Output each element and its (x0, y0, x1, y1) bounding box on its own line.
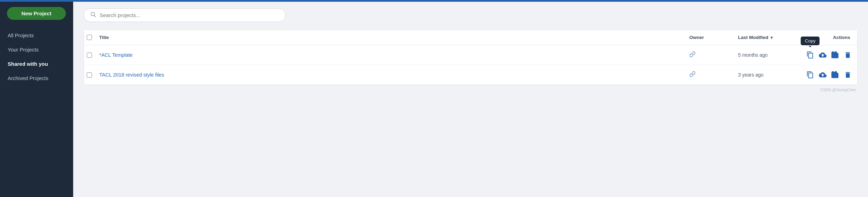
row-1-owner-cell (687, 47, 735, 64)
row-2-title-cell: TACL 2018 revised style files (96, 68, 687, 82)
row-2-owner-cell (687, 66, 735, 84)
row-2-checkbox-cell (84, 68, 96, 82)
row-2-copy-button[interactable] (805, 70, 815, 80)
row-2-title-link[interactable]: TACL 2018 revised style files (99, 72, 164, 78)
main-content: Title Owner Last Modified ▼ Actions *ACL… (73, 0, 868, 197)
row-1-modified-cell: 5 months ago (735, 48, 805, 62)
row-1-delete-button[interactable] (843, 50, 853, 60)
accent-bar (0, 0, 868, 2)
search-input[interactable] (100, 12, 279, 18)
projects-table: Title Owner Last Modified ▼ Actions *ACL… (84, 30, 858, 85)
search-icon (90, 11, 96, 19)
row-2-actions-cell (805, 65, 857, 85)
copy-tooltip-wrap: Copy (805, 50, 815, 60)
th-owner: Owner (687, 33, 735, 41)
sidebar-item-your-projects[interactable]: Your Projects (0, 42, 73, 57)
table-row: *ACL Template 5 months ago Copy (84, 45, 857, 65)
row-1-upload-button[interactable] (817, 50, 828, 60)
search-area (84, 8, 858, 22)
table-row: TACL 2018 revised style files 3 years ag… (84, 65, 857, 85)
sidebar-item-shared-with-you[interactable]: Shared with you (0, 57, 73, 71)
row-1-checkbox[interactable] (87, 53, 92, 58)
th-title: Title (96, 33, 687, 41)
table-header: Title Owner Last Modified ▼ Actions (84, 30, 857, 45)
sidebar: New Project All Projects Your Projects S… (0, 0, 73, 197)
sidebar-item-archived-projects[interactable]: Archived Projects (0, 71, 73, 85)
row-1-download-button[interactable] (830, 50, 840, 60)
th-checkbox (84, 33, 96, 41)
select-all-checkbox[interactable] (87, 35, 92, 40)
row-1-checkbox-cell (84, 48, 96, 62)
th-last-modified[interactable]: Last Modified ▼ (735, 33, 805, 41)
row-2-owner-link-icon (689, 71, 696, 79)
search-box (84, 8, 286, 22)
row-1-title-link[interactable]: *ACL Template (99, 52, 133, 58)
row-1-copy-button[interactable] (805, 50, 815, 60)
row-2-delete-button[interactable] (843, 70, 853, 80)
sort-arrow-icon: ▼ (770, 36, 774, 40)
th-actions: Actions (805, 33, 857, 41)
row-2-checkbox[interactable] (87, 72, 92, 78)
svg-line-1 (94, 15, 95, 17)
new-project-button[interactable]: New Project (7, 7, 66, 20)
row-1-actions-cell: Copy (805, 45, 857, 65)
row-2-download-button[interactable] (830, 70, 840, 80)
watermark: CSDN @YirongChen (84, 85, 858, 93)
row-1-owner-link-icon (689, 51, 696, 59)
sidebar-item-all-projects[interactable]: All Projects (0, 28, 73, 42)
row-1-title-cell: *ACL Template (96, 48, 687, 62)
row-2-modified-cell: 3 years ago (735, 68, 805, 82)
row-2-upload-button[interactable] (817, 70, 828, 80)
